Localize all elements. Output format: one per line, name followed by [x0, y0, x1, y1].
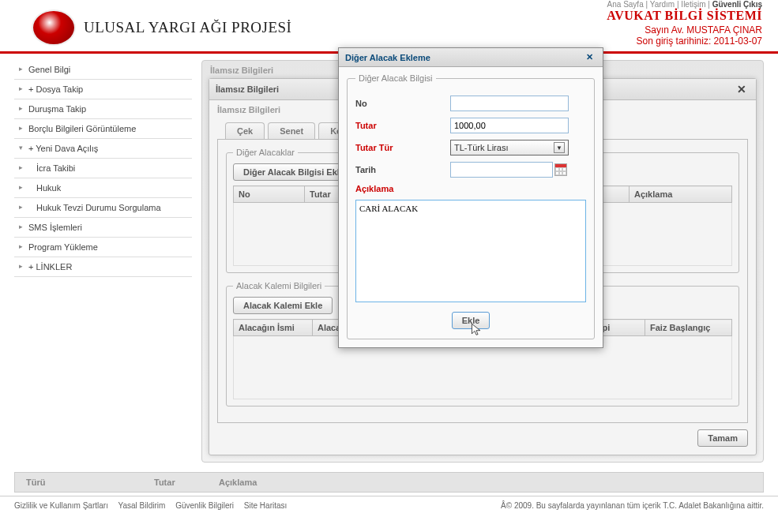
label-no: No	[355, 99, 450, 108]
tab-senet[interactable]: Senet	[268, 122, 315, 139]
label-tutar: Tutar	[355, 121, 450, 130]
sidebar-item-borclu[interactable]: Borçlu Bilgileri Görüntüleme	[14, 119, 192, 139]
footer-link[interactable]: Yasal Bildirim	[118, 501, 166, 510]
footer: Gizlilik ve Kullanım Şartları Yasal Bild…	[0, 496, 778, 515]
sidebar-item-hukuk[interactable]: Hukuk	[14, 178, 192, 198]
sidebar-item-yeni-dava[interactable]: + Yeni Dava Açılış	[14, 139, 192, 159]
footer-copyright: Â© 2009. Bu sayfalarda yayınlanan tüm iç…	[501, 501, 764, 510]
add-alacak-kalemi-button[interactable]: Alacak Kalemi Ekle	[233, 297, 333, 314]
modal-diger-alacak-ekleme: Diğer Alacak Ekleme ✕ Diğer Alacak Bilgi…	[338, 47, 603, 348]
modal-legend: Diğer Alacak Bilgisi	[355, 73, 436, 83]
sidebar-item-linkler[interactable]: + LİNKLER	[14, 257, 192, 277]
label-aciklama: Açıklama	[355, 184, 450, 193]
col-turu: Türü	[17, 474, 143, 490]
header: ULUSAL YARGI AĞI PROJESİ AVUKAT BİLGİ Sİ…	[0, 9, 778, 51]
brand-title: AVUKAT BİLGİ SİSTEMİ	[607, 9, 762, 23]
user-name: Sayın Av. MUSTAFA ÇINAR	[607, 24, 762, 36]
topnav-item[interactable]: Ana Sayfa	[607, 0, 644, 9]
col-alacagin-ismi: Alacağın İsmi	[234, 320, 313, 336]
logo-icon	[32, 9, 76, 46]
background-panel-title: İlamsız Bilgileri	[210, 66, 273, 75]
topnav-item[interactable]: Yardım	[650, 0, 675, 9]
tab-cek[interactable]: Çek	[225, 122, 265, 139]
col-aciklama: Açıklama	[209, 474, 761, 490]
sidebar-item-program-yukleme[interactable]: Program Yükleme	[14, 238, 192, 257]
sidebar: Genel Bilgi + Dosya Takip Duruşma Takip …	[14, 60, 192, 463]
topnav-item[interactable]: İletişim	[681, 0, 705, 9]
sidebar-item-icra-takibi[interactable]: İcra Takibi	[14, 159, 192, 178]
col-aciklama: Açıklama	[630, 186, 732, 203]
last-login: Son giriş tarihiniz: 2011-03-07	[607, 36, 762, 47]
input-no[interactable]	[450, 96, 569, 111]
panel-title: İlamsız Bilgileri	[216, 84, 279, 94]
sidebar-item-genel-bilgi[interactable]: Genel Bilgi	[14, 60, 192, 80]
add-diger-alacak-button[interactable]: Diğer Alacak Bilgisi Ekle	[233, 163, 355, 181]
input-tarih[interactable]	[450, 162, 553, 178]
close-icon[interactable]: ✕	[734, 83, 750, 96]
modal-title-text: Diğer Alacak Ekleme	[345, 53, 430, 62]
select-tutar-tur[interactable]: TL-Türk Lirası ▼	[450, 140, 569, 155]
calendar-icon[interactable]	[554, 163, 567, 176]
footer-link[interactable]: Site Haritası	[244, 501, 287, 510]
submit-ekle-button[interactable]: Ekle	[452, 312, 490, 329]
top-nav: Ana Sayfa | Yardım | İletişim | Güvenli …	[0, 0, 778, 9]
col-tutar: Tutar	[145, 474, 208, 490]
group-legend: Diğer Alacaklar	[233, 148, 298, 157]
modal-titlebar: Diğer Alacak Ekleme ✕	[339, 48, 603, 67]
input-tutar[interactable]	[450, 118, 569, 133]
footer-link[interactable]: Güvenlik Bilgileri	[175, 501, 234, 510]
modal-fieldset: Diğer Alacak Bilgisi No Tutar Tutar Tür …	[347, 73, 595, 339]
label-tutar-tur: Tutar Tür	[355, 143, 450, 152]
sidebar-item-durusma-takip[interactable]: Duruşma Takip	[14, 99, 192, 119]
footer-data-row: Türü Tutar Açıklama	[14, 472, 764, 493]
col-faiz-baslangic: Faiz Başlangıç	[645, 320, 732, 336]
select-tutar-tur-value: TL-Türk Lirası	[454, 143, 508, 152]
app-title: ULUSAL YARGI AĞI PROJESİ	[84, 19, 291, 36]
textarea-aciklama[interactable]	[355, 200, 586, 302]
label-tarih: Tarih	[355, 165, 450, 174]
sidebar-item-dosya-takip[interactable]: + Dosya Takip	[14, 80, 192, 99]
ok-button[interactable]: Tamam	[697, 429, 748, 447]
footer-link[interactable]: Gizlilik ve Kullanım Şartları	[14, 501, 108, 510]
sidebar-item-sms[interactable]: SMS İşlemleri	[14, 218, 192, 238]
chevron-down-icon: ▼	[554, 142, 565, 153]
group-legend: Alacak Kalemi Bilgileri	[233, 281, 325, 290]
sidebar-item-hukuk-tevzi[interactable]: Hukuk Tevzi Durumu Sorgulama	[14, 198, 192, 218]
col-no: No	[234, 186, 305, 203]
topnav-logout[interactable]: Güvenli Çıkış	[712, 0, 762, 9]
modal-close-icon[interactable]: ✕	[583, 52, 596, 62]
